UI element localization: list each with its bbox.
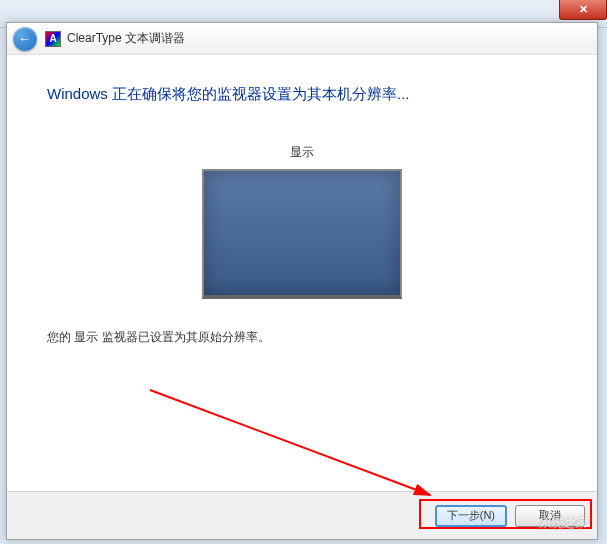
window-close-button[interactable]: ✕: [559, 0, 607, 20]
close-icon: ✕: [579, 3, 588, 16]
button-bar: 下一步(N) 取消: [7, 491, 597, 539]
back-button[interactable]: ←: [13, 27, 37, 51]
content-area: Windows 正在确保将您的监视器设置为其本机分辨率... 显示 您的 显示 …: [7, 55, 597, 491]
next-button[interactable]: 下一步(N): [435, 505, 507, 527]
app-icon: A: [45, 31, 61, 47]
back-arrow-icon: ←: [18, 31, 31, 46]
titlebar: ← A ClearType 文本调谐器: [7, 23, 597, 55]
display-label: 显示: [47, 144, 557, 161]
window-title: ClearType 文本调谐器: [67, 30, 185, 47]
dialog-window: ← A ClearType 文本调谐器 Windows 正在确保将您的监视器设置…: [6, 22, 598, 540]
display-section: 显示: [47, 144, 557, 299]
status-text: 您的 显示 监视器已设置为其原始分辨率。: [47, 329, 557, 346]
page-heading: Windows 正在确保将您的监视器设置为其本机分辨率...: [47, 85, 557, 104]
cancel-button[interactable]: 取消: [515, 505, 585, 527]
monitor-preview-icon: [202, 169, 402, 299]
